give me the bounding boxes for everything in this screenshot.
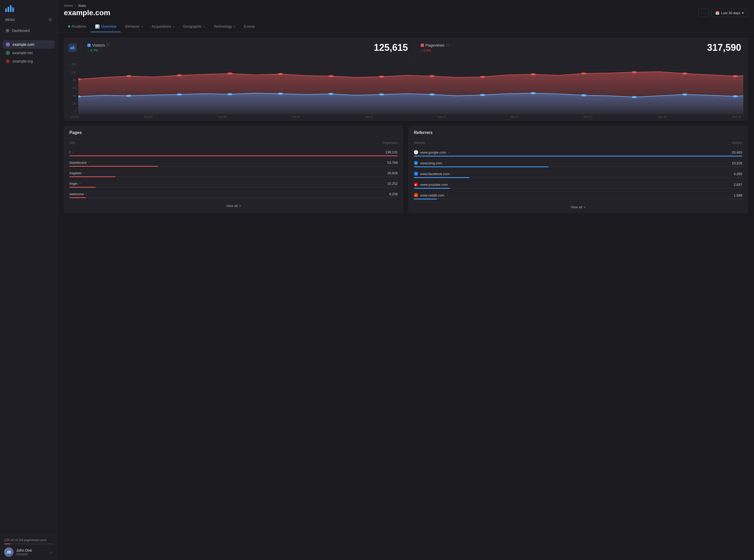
technology-chevron-icon: ▾ bbox=[234, 25, 235, 28]
referrer-site-reddit: www.reddit.com bbox=[420, 193, 444, 197]
main-content: Home > Stats example.com ··· 📅 Last 30 d… bbox=[58, 0, 754, 560]
ext-link-icon-root[interactable]: ↗ bbox=[72, 151, 74, 154]
page-bar-dashboard bbox=[70, 166, 158, 167]
overview-icon: 📊 bbox=[95, 24, 99, 28]
user-info: John Doe Account bbox=[16, 548, 46, 556]
breadcrumb-home[interactable]: Home bbox=[64, 4, 73, 7]
svg-point-17 bbox=[177, 74, 182, 76]
tab-events[interactable]: Events bbox=[240, 21, 259, 32]
svg-point-19 bbox=[278, 73, 283, 75]
referrer-bar-track-google bbox=[414, 156, 742, 157]
pageviews-metric: Pageviews ⓘ ↓ 0.5% 317,590 bbox=[414, 38, 748, 57]
logout-icon[interactable]: → bbox=[49, 550, 53, 555]
sidebar-item-example-com[interactable]: example.com bbox=[3, 40, 55, 49]
site-label-example-net: example.net bbox=[13, 51, 33, 55]
x-label-nov6: Nov 6 bbox=[438, 115, 446, 118]
page-value-register: 26,926 bbox=[387, 171, 398, 175]
pageviews-label-row: Pageviews ⓘ bbox=[421, 43, 449, 47]
settings-icon[interactable]: ⚙ bbox=[49, 17, 52, 22]
logo-bar-1 bbox=[5, 8, 7, 12]
sidebar-item-example-org[interactable]: example.org bbox=[3, 57, 55, 65]
ext-link-reddit[interactable]: ↗ bbox=[446, 194, 448, 197]
user-section: JD John Doe Account → bbox=[4, 547, 53, 557]
referrer-bar-track-youtube bbox=[414, 188, 742, 189]
more-options-button[interactable]: ··· bbox=[698, 8, 709, 17]
referrer-bar-facebook bbox=[414, 177, 470, 178]
x-label-oct31: Oct 31 bbox=[291, 115, 300, 118]
ext-link-icon-dashboard[interactable]: ↗ bbox=[88, 161, 90, 164]
behavior-chevron-icon: ▾ bbox=[141, 25, 143, 28]
logo-bar-3 bbox=[10, 5, 12, 12]
pageviews-info-icon[interactable]: ⓘ bbox=[446, 43, 449, 47]
y-label-8k: 8K bbox=[68, 79, 76, 82]
visitors-color bbox=[88, 44, 91, 47]
sidebar-item-example-net[interactable]: example.net bbox=[3, 49, 55, 57]
svg-rect-7 bbox=[74, 47, 75, 49]
tab-behavior-label: Behavior bbox=[125, 24, 140, 28]
ext-link-icon-login[interactable]: ↗ bbox=[79, 182, 81, 185]
referrer-site-google: www.google.com bbox=[420, 151, 446, 154]
x-label-nov9: Nov 9 bbox=[510, 115, 518, 118]
svg-point-25 bbox=[581, 73, 586, 75]
referrers-view-all-button[interactable]: View all > bbox=[571, 205, 585, 209]
pages-view-all-arrow: > bbox=[239, 204, 241, 208]
ext-link-facebook[interactable]: ↗ bbox=[451, 173, 454, 175]
svg-point-40 bbox=[632, 96, 637, 98]
x-label-oct22: Oct 22 bbox=[71, 115, 79, 118]
pages-table-header: URL Pageviews bbox=[64, 138, 403, 147]
chart-svg bbox=[78, 62, 743, 114]
tab-overview[interactable]: 📊 Overview bbox=[91, 21, 120, 32]
pages-view-all-button[interactable]: View all > bbox=[226, 204, 241, 208]
page-url-login: /login bbox=[70, 182, 77, 185]
y-label-12k: 12K bbox=[68, 63, 76, 66]
sidebar-sites: example.com example.net example.org bbox=[0, 37, 57, 535]
referrer-bar-track-reddit bbox=[414, 199, 742, 199]
svg-point-33 bbox=[278, 93, 283, 95]
dashboard-icon: ⊞ bbox=[6, 28, 9, 33]
visitors-label: Visitors bbox=[92, 43, 105, 47]
tab-geographic[interactable]: Geographic ▾ bbox=[179, 21, 209, 32]
date-range-button[interactable]: 📅 Last 30 days ▾ bbox=[711, 9, 748, 17]
chart-area: 12K 10K 8K 6K 4K 2K 0 bbox=[64, 58, 748, 120]
y-label-6k: 6K bbox=[68, 86, 76, 89]
svg-rect-6 bbox=[73, 46, 74, 49]
svg-point-39 bbox=[581, 94, 586, 96]
svg-point-42 bbox=[733, 95, 738, 97]
breadcrumb-current: Stats bbox=[78, 4, 86, 7]
metrics-card: Visitors ⓘ ↑ 4.7% 125,615 bbox=[64, 38, 748, 121]
referrer-value-bing: 10,326 bbox=[732, 161, 742, 165]
ext-link-google[interactable]: ↗ bbox=[448, 151, 450, 154]
visitors-info-icon[interactable]: ⓘ bbox=[107, 43, 110, 47]
tab-acquisitions[interactable]: Acquisitions ▾ bbox=[148, 21, 178, 32]
svg-point-1 bbox=[6, 52, 9, 54]
page-bar-track-dashboard bbox=[70, 166, 398, 167]
svg-point-26 bbox=[632, 71, 637, 73]
x-label-nov12: Nov 12 bbox=[583, 115, 593, 118]
tab-behavior[interactable]: Behavior ▾ bbox=[121, 21, 147, 32]
breadcrumb: Home > Stats bbox=[64, 4, 86, 7]
pageviews-change: ↓ 0.5% bbox=[421, 48, 449, 52]
favicon-google: G bbox=[414, 150, 418, 154]
pageviews-value: 317,590 bbox=[707, 42, 741, 53]
sidebar-item-dashboard[interactable]: ⊞ Dashboard bbox=[3, 26, 55, 35]
breadcrumb-separator: > bbox=[75, 4, 77, 7]
pageviews-color bbox=[421, 44, 424, 47]
ext-link-icon-welcome[interactable]: ↗ bbox=[85, 193, 87, 196]
acquisitions-chevron-icon: ▾ bbox=[173, 25, 174, 28]
x-label-nov18: Nov 18 bbox=[732, 115, 741, 118]
visitors-change: ↑ 4.7% bbox=[88, 48, 110, 52]
ext-link-bing[interactable]: ↗ bbox=[444, 162, 446, 165]
svg-point-36 bbox=[429, 94, 434, 96]
tab-technology[interactable]: Technology ▾ bbox=[210, 21, 239, 32]
top-actions: ··· 📅 Last 30 days ▾ bbox=[698, 8, 748, 17]
ext-link-youtube[interactable]: ↗ bbox=[450, 183, 452, 186]
tab-realtime-label: Realtime bbox=[72, 24, 86, 28]
chart-x-labels: Oct 22 Oct 25 Oct 28 Oct 31 Nov 3 Nov 6 … bbox=[68, 114, 743, 118]
ext-link-icon-register[interactable]: ↗ bbox=[83, 172, 85, 175]
page-value-login: 15,252 bbox=[387, 182, 398, 185]
x-label-nov15: Nov 15 bbox=[658, 115, 667, 118]
y-label-10k: 10K bbox=[68, 71, 76, 74]
referrers-col-visitors: Visitors bbox=[732, 141, 742, 145]
referrers-title: Referrers bbox=[409, 126, 748, 138]
tab-realtime[interactable]: Realtime bbox=[64, 21, 90, 32]
